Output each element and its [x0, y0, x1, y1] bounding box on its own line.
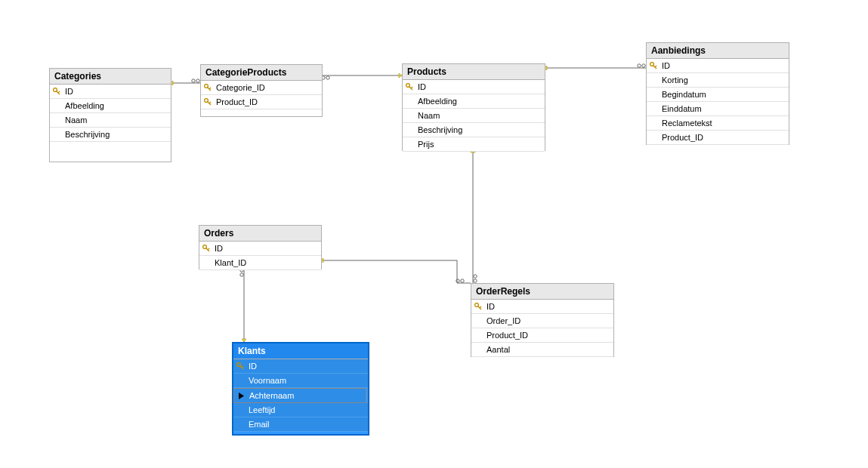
key-icon	[199, 245, 213, 253]
field-row[interactable]: Product_ID	[471, 328, 613, 343]
key-icon	[647, 62, 660, 70]
field-row[interactable]: ID	[199, 242, 321, 256]
field-name: Afbeelding	[416, 97, 457, 106]
table-orders[interactable]: Orders ID Klant_ID	[199, 225, 322, 269]
field-name: Naam	[63, 115, 87, 125]
field-row[interactable]: Reclametekst	[647, 116, 789, 131]
table-klants[interactable]: Klants ID Voornaam Achternaam Leeftijd E…	[232, 342, 369, 436]
field-name: ID	[660, 61, 670, 70]
field-name: Product_ID	[215, 97, 258, 106]
field-row[interactable]: Product_ID	[647, 131, 789, 145]
field-name: ID	[416, 82, 426, 91]
key-icon	[201, 98, 215, 106]
key-icon	[471, 303, 485, 311]
field-row[interactable]: Begindatum	[647, 88, 789, 102]
field-name: Beschrijving	[416, 125, 462, 134]
field-name: Beschrijving	[63, 130, 110, 139]
field-name: Order_ID	[485, 316, 520, 325]
field-name: Voornaam	[247, 376, 286, 385]
row-pointer-icon	[234, 393, 248, 399]
field-row[interactable]: Klant_ID	[199, 256, 321, 270]
field-row[interactable]: ID	[471, 300, 613, 314]
table-title[interactable]: Aanbiedings	[647, 43, 789, 59]
field-name: Product_ID	[660, 133, 703, 142]
field-name: Naam	[416, 111, 440, 120]
field-name: Einddatum	[660, 104, 702, 113]
field-row[interactable]: Beschrijving	[403, 123, 545, 137]
field-name: Reclametekst	[660, 119, 712, 128]
table-orderregels[interactable]: OrderRegels ID Order_ID Product_ID Aanta…	[471, 283, 614, 357]
field-row[interactable]: Order_ID	[471, 314, 613, 328]
field-name: Afbeelding	[63, 101, 104, 110]
field-row[interactable]: Product_ID	[201, 95, 322, 109]
field-row-editing[interactable]: Achternaam	[233, 388, 366, 403]
field-row[interactable]: Email	[233, 417, 368, 432]
field-name: Product_ID	[485, 331, 528, 340]
field-name: Korting	[660, 75, 688, 85]
table-title[interactable]: OrderRegels	[471, 284, 613, 300]
field-row[interactable]: Leeftijd	[233, 403, 368, 417]
field-row[interactable]: Prijs	[403, 137, 545, 152]
table-categories[interactable]: Categories ID Afbeelding Naam Beschrijvi…	[49, 68, 171, 162]
table-title[interactable]: Categories	[50, 69, 171, 85]
field-row[interactable]: Afbeelding	[50, 99, 171, 113]
table-title[interactable]: Products	[403, 64, 545, 80]
field-name: Klant_ID	[213, 258, 246, 267]
field-name: Aantal	[485, 345, 510, 354]
key-icon	[233, 362, 247, 371]
table-title[interactable]: Orders	[199, 226, 321, 242]
field-name: Leeftijd	[247, 405, 275, 414]
field-row[interactable]: ID	[50, 85, 171, 99]
field-row[interactable]: Categorie_ID	[201, 81, 322, 95]
field-row[interactable]: Beschrijving	[50, 128, 171, 142]
table-products[interactable]: Products ID Afbeelding Naam Beschrijving…	[402, 63, 545, 151]
field-name: ID	[485, 302, 495, 311]
field-name: Prijs	[416, 140, 434, 149]
field-row[interactable]: ID	[403, 80, 545, 94]
table-aanbiedings[interactable]: Aanbiedings ID Korting Begindatum Eindda…	[646, 42, 789, 145]
field-row[interactable]: Naam	[403, 109, 545, 123]
field-name: ID	[63, 87, 73, 96]
table-categorieproducts[interactable]: CategorieProducts Categorie_ID Product_I…	[200, 64, 323, 117]
field-row[interactable]: ID	[647, 59, 789, 73]
diagram-canvas[interactable]: Categories ID Afbeelding Naam Beschrijvi…	[0, 0, 868, 468]
key-icon	[403, 83, 416, 91]
table-title[interactable]: CategorieProducts	[201, 65, 322, 81]
field-name: Begindatum	[660, 90, 706, 99]
field-row[interactable]: ID	[233, 359, 368, 374]
field-row[interactable]: Aantal	[471, 343, 613, 357]
field-name: ID	[247, 362, 257, 371]
field-row[interactable]: Einddatum	[647, 102, 789, 116]
key-icon	[50, 88, 63, 96]
field-row[interactable]: Voornaam	[233, 374, 368, 388]
field-name: ID	[213, 244, 223, 253]
field-name[interactable]: Achternaam	[248, 391, 294, 400]
field-name: Email	[247, 420, 270, 429]
field-row[interactable]: Naam	[50, 113, 171, 128]
field-row[interactable]: Korting	[647, 73, 789, 88]
table-title[interactable]: Klants	[233, 343, 368, 359]
field-name: Categorie_ID	[215, 83, 265, 92]
key-icon	[201, 84, 215, 92]
field-row[interactable]: Afbeelding	[403, 94, 545, 109]
